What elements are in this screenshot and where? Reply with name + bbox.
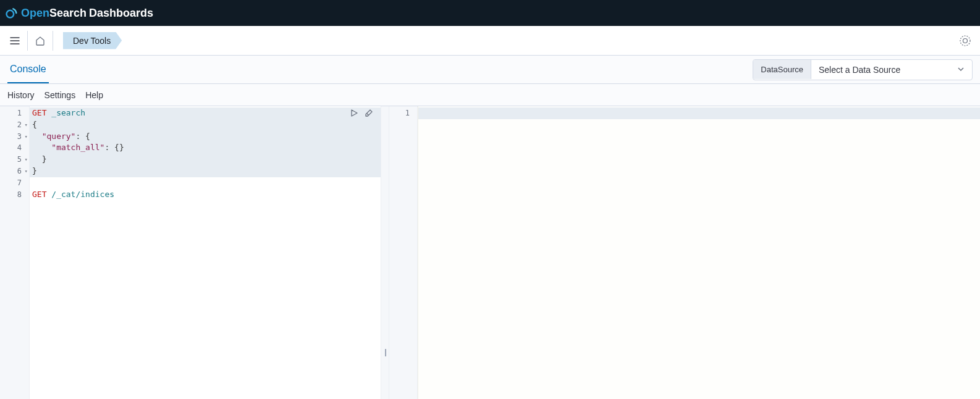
code-line[interactable]: "query": { [30, 131, 381, 143]
brand-logo[interactable]: OpenSearch Dashboards [5, 7, 153, 20]
nav-toggle-button[interactable] [5, 31, 25, 51]
tab-console[interactable]: Console [7, 56, 49, 83]
request-editor[interactable]: GET _search{ "query": { "match_all": {} … [30, 106, 381, 399]
request-gutter: 12345678 [0, 106, 30, 399]
request-actions [348, 107, 374, 119]
request-pane: 12345678 GET _search{ "query": { "match_… [0, 106, 381, 399]
code-line[interactable]: GET _search [30, 107, 381, 119]
response-pane: 1 [389, 106, 980, 399]
logo-search: Search [49, 7, 87, 20]
breadcrumb-devtools[interactable]: Dev Tools [63, 32, 122, 49]
logo-dashboards: Dashboards [89, 7, 153, 20]
pane-splitter[interactable]: || [381, 106, 389, 399]
sub-header: Console DataSource Select a Data Source [0, 56, 980, 84]
help-link[interactable]: Help [85, 90, 103, 100]
gutter-line: 4 [0, 142, 29, 154]
datasource-picker: DataSource Select a Data Source [753, 59, 973, 80]
svg-point-0 [7, 10, 14, 18]
svg-point-2 [963, 38, 968, 43]
request-options-button[interactable] [363, 107, 374, 119]
code-line[interactable]: } [30, 154, 381, 166]
response-gutter: 1 [389, 106, 418, 399]
svg-point-1 [960, 36, 970, 46]
console-toolbar: History Settings Help [0, 84, 980, 106]
code-line[interactable]: } [30, 166, 381, 177]
gutter-line: 5 [0, 154, 29, 166]
datasource-value: Select a Data Source [819, 65, 900, 75]
code-line[interactable] [30, 177, 381, 189]
gutter-line: 2 [0, 119, 29, 131]
splitter-handle-icon: || [384, 348, 386, 356]
logo-open: Open [21, 7, 49, 20]
datasource-label: DataSource [753, 60, 811, 79]
gutter-line: 1 [389, 107, 417, 119]
code-line[interactable]: "match_all": {} [30, 142, 381, 154]
response-viewer[interactable] [418, 106, 980, 399]
code-line[interactable]: { [30, 119, 381, 131]
editor-area: 12345678 GET _search{ "query": { "match_… [0, 106, 980, 399]
gutter-line: 7 [0, 177, 29, 189]
home-button[interactable] [30, 31, 50, 51]
opensearch-logo-icon [5, 7, 17, 19]
divider [27, 31, 28, 51]
help-menu-button[interactable] [955, 31, 975, 51]
top-bar: OpenSearch Dashboards [0, 0, 980, 26]
settings-link[interactable]: Settings [44, 90, 76, 100]
gutter-line: 8 [0, 189, 29, 201]
chevron-down-icon [957, 65, 965, 75]
divider [53, 31, 53, 51]
code-line[interactable]: GET /_cat/indices [30, 189, 381, 201]
gutter-line: 6 [0, 166, 29, 177]
datasource-select[interactable]: Select a Data Source [811, 60, 972, 80]
output-line [418, 107, 980, 119]
gutter-line: 1 [0, 107, 29, 119]
breadcrumb-bar: Dev Tools [0, 26, 980, 56]
send-request-button[interactable] [348, 107, 360, 119]
gutter-line: 3 [0, 131, 29, 143]
history-link[interactable]: History [7, 90, 35, 100]
brand-text: OpenSearch Dashboards [21, 7, 153, 20]
